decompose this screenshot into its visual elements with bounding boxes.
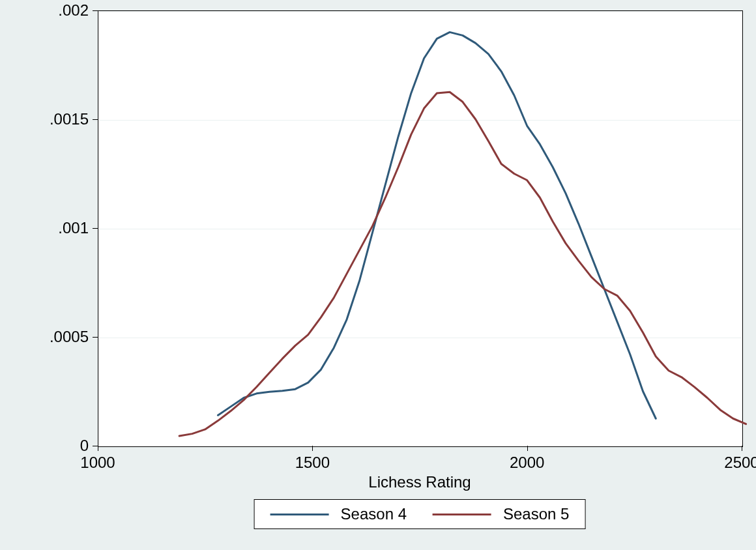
x-axis-title: Lichess Rating (368, 473, 471, 491)
y-tick-label: .0005 (50, 328, 89, 346)
legend: Season 4Season 5 (254, 499, 586, 529)
x-tick (527, 446, 528, 451)
legend-swatch (270, 514, 329, 515)
legend-item: Season 4 (270, 505, 407, 523)
series-line (179, 92, 746, 436)
legend-item: Season 5 (433, 505, 569, 523)
y-tick-label: .001 (58, 219, 89, 237)
x-tick-label: 2500 (724, 454, 756, 472)
y-tick (93, 446, 98, 446)
legend-label: Season 4 (341, 505, 407, 523)
x-tick (312, 446, 313, 451)
x-tick-label: 2000 (510, 454, 544, 472)
legend-swatch (433, 514, 491, 515)
y-tick (93, 10, 98, 11)
y-tick (93, 228, 98, 229)
chart-figure: 0.0005.001.0015.002 1000150020002500 Lic… (0, 0, 756, 550)
series-line (218, 32, 656, 418)
y-tick (93, 119, 98, 120)
x-tick-label: 1500 (295, 454, 330, 472)
x-tick (742, 446, 742, 451)
x-tick-label: 1000 (80, 454, 115, 472)
x-tick (98, 446, 98, 451)
y-tick-label: .0015 (50, 110, 89, 128)
y-tick-label: .002 (58, 1, 89, 20)
legend-label: Season 5 (503, 505, 569, 523)
y-tick (93, 337, 98, 338)
y-tick-label: 0 (80, 437, 89, 455)
